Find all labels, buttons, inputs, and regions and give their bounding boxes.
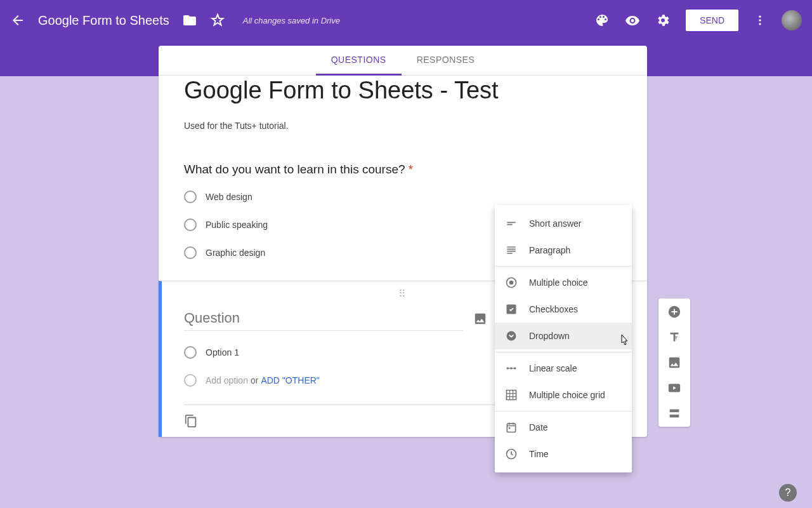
side-toolbar	[658, 298, 690, 427]
paragraph-icon	[505, 244, 518, 257]
menu-label: Date	[529, 422, 548, 432]
svg-rect-16	[670, 415, 679, 418]
add-option-text[interactable]: Add option	[206, 375, 248, 385]
svg-rect-11	[509, 427, 511, 429]
tab-questions[interactable]: QUESTIONS	[316, 46, 402, 76]
radio-icon	[184, 246, 197, 259]
menu-label: Dropdown	[529, 331, 570, 341]
radio-icon	[505, 276, 518, 289]
linear-scale-icon	[505, 362, 518, 375]
svg-point-2	[759, 23, 761, 25]
help-button[interactable]: ?	[779, 484, 797, 502]
svg-point-6	[507, 331, 516, 341]
form-description[interactable]: Used for the Tuts+ tutorial.	[184, 121, 622, 131]
folder-icon[interactable]	[182, 13, 197, 28]
menu-label: Checkboxes	[529, 304, 578, 314]
add-video-icon[interactable]	[667, 381, 681, 395]
or-text: or	[251, 375, 258, 385]
app-header: Google Form to Sheets All changes saved …	[0, 0, 812, 41]
svg-rect-5	[507, 305, 516, 314]
menu-item-short-answer[interactable]: Short answer	[495, 210, 632, 237]
menu-label: Multiple choice	[529, 277, 588, 288]
required-star: *	[409, 163, 413, 176]
menu-item-multiple-choice[interactable]: Multiple choice	[495, 269, 632, 296]
option-label[interactable]: Option 1	[206, 347, 239, 358]
menu-item-mc-grid[interactable]: Multiple choice grid	[495, 382, 632, 408]
settings-icon[interactable]	[655, 13, 671, 28]
svg-point-4	[509, 281, 514, 285]
add-section-icon[interactable]	[667, 406, 681, 420]
question-title-input[interactable]	[184, 306, 463, 331]
dropdown-icon	[505, 330, 518, 342]
add-title-icon[interactable]	[667, 330, 681, 344]
form-name[interactable]: Google Form to Sheets	[38, 13, 169, 28]
add-image-icon[interactable]	[667, 356, 681, 370]
more-vert-icon[interactable]	[754, 13, 766, 28]
menu-label: Short answer	[529, 218, 581, 229]
radio-icon	[184, 190, 197, 203]
user-avatar[interactable]	[782, 10, 802, 30]
radio-icon	[184, 346, 197, 359]
add-question-icon[interactable]	[667, 305, 681, 319]
calendar-icon	[505, 421, 518, 434]
checkbox-icon	[505, 303, 518, 316]
menu-item-linear-scale[interactable]: Linear scale	[495, 355, 632, 382]
svg-point-1	[759, 19, 761, 21]
send-button[interactable]: SEND	[686, 10, 738, 31]
add-image-icon[interactable]	[473, 312, 487, 326]
radio-icon	[184, 218, 197, 231]
duplicate-icon[interactable]	[184, 414, 198, 428]
radio-icon	[184, 374, 197, 387]
tab-responses[interactable]: RESPONSES	[402, 46, 490, 75]
menu-label: Multiple choice grid	[529, 390, 605, 400]
option-label: Web design	[206, 192, 252, 202]
add-other-link[interactable]: ADD "OTHER"	[261, 375, 319, 385]
short-answer-icon	[505, 217, 518, 230]
menu-label: Paragraph	[529, 245, 570, 255]
svg-rect-10	[507, 424, 515, 432]
palette-icon[interactable]	[594, 13, 610, 28]
option-label: Public speaking	[206, 220, 268, 230]
option-label: Graphic design	[206, 248, 265, 258]
menu-item-paragraph[interactable]: Paragraph	[495, 237, 632, 264]
menu-item-time[interactable]: Time	[495, 441, 632, 467]
save-status: All changes saved in Drive	[243, 16, 340, 25]
menu-item-dropdown[interactable]: Dropdown	[495, 323, 632, 349]
preview-icon[interactable]	[625, 13, 640, 28]
grid-icon	[505, 389, 518, 401]
question-type-menu: Short answer Paragraph Multiple choice C…	[495, 205, 632, 472]
svg-point-0	[759, 16, 761, 18]
question-text: What do you want to learn in this course…	[184, 163, 622, 177]
clock-icon	[505, 448, 518, 460]
option-row[interactable]: Web design	[184, 190, 622, 203]
svg-rect-15	[670, 410, 679, 413]
form-title[interactable]: Google Form to Sheets - Test	[184, 77, 622, 104]
menu-label: Linear scale	[529, 363, 577, 373]
menu-item-date[interactable]: Date	[495, 414, 632, 441]
tab-bar: QUESTIONS RESPONSES	[159, 46, 647, 76]
menu-label: Time	[529, 449, 549, 459]
back-arrow-icon[interactable]	[10, 13, 25, 28]
menu-item-checkboxes[interactable]: Checkboxes	[495, 296, 632, 323]
question-label: What do you want to learn in this course…	[184, 163, 409, 176]
star-icon[interactable]	[210, 13, 225, 28]
